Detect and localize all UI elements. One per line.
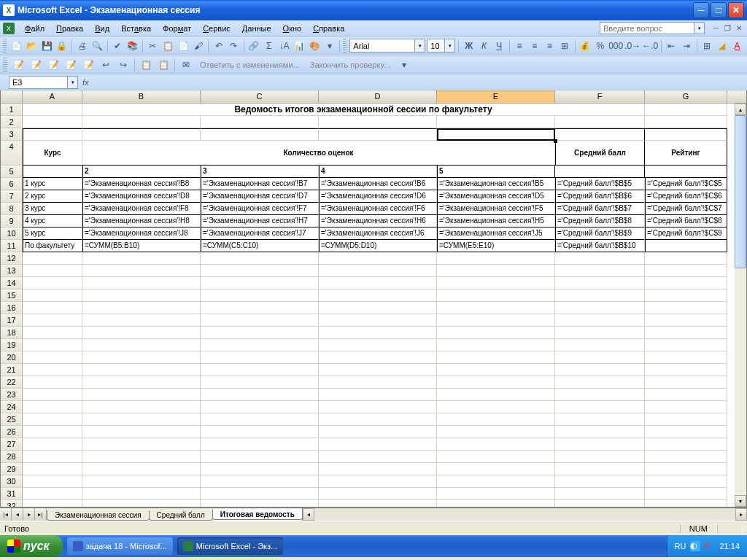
- inc-decimal-button[interactable]: .0→: [624, 38, 640, 54]
- empty-cell[interactable]: [645, 364, 727, 376]
- format-painter-button[interactable]: 🖌: [191, 38, 205, 54]
- redo-button[interactable]: ↷: [227, 38, 241, 54]
- col-header-d[interactable]: D: [319, 90, 437, 103]
- cell-r11-g[interactable]: [645, 240, 727, 252]
- empty-cell[interactable]: [82, 265, 201, 277]
- empty-cell[interactable]: [555, 277, 645, 289]
- empty-cell[interactable]: [437, 265, 555, 277]
- empty-cell[interactable]: [201, 475, 319, 488]
- cell-r6-d[interactable]: ='Экзаменационная сессия'!B6: [319, 178, 437, 190]
- minimize-button[interactable]: ─: [693, 2, 709, 18]
- row-header-29[interactable]: 29: [1, 463, 23, 475]
- empty-cell[interactable]: [319, 302, 437, 314]
- subheader-4[interactable]: 4: [319, 166, 437, 178]
- row-header-10[interactable]: 10: [1, 228, 23, 240]
- row-header-30[interactable]: 30: [1, 475, 23, 488]
- undo-button[interactable]: ↶: [212, 38, 225, 54]
- scroll-up-button[interactable]: ▴: [735, 104, 746, 115]
- empty-cell[interactable]: [437, 463, 555, 475]
- empty-cell[interactable]: [23, 389, 82, 401]
- empty-cell[interactable]: [23, 463, 82, 475]
- cell-r9-f[interactable]: ='Средний балл'!$B$8: [555, 215, 645, 228]
- row-header-15[interactable]: 15: [1, 289, 23, 302]
- bold-button[interactable]: Ж: [462, 38, 476, 54]
- empty-cell[interactable]: [82, 401, 201, 413]
- empty-cell[interactable]: [645, 389, 727, 401]
- review-btn8[interactable]: 📋: [138, 57, 154, 73]
- sort-asc-button[interactable]: ↓A: [277, 38, 291, 54]
- empty-cell[interactable]: [555, 327, 645, 339]
- empty-cell[interactable]: [201, 389, 319, 401]
- fx-icon[interactable]: fx: [82, 78, 89, 87]
- cell-r6-c[interactable]: ='Экзаменационная сессия'!B7: [201, 178, 319, 190]
- finish-review-button[interactable]: Закончить проверку...: [306, 58, 395, 72]
- empty-cell[interactable]: [645, 314, 727, 327]
- empty-cell[interactable]: [201, 500, 319, 507]
- dec-indent-button[interactable]: ⇤: [665, 38, 678, 54]
- empty-cell[interactable]: [645, 463, 727, 475]
- permission-button[interactable]: 🔒: [55, 38, 69, 54]
- row-header-31[interactable]: 31: [1, 488, 23, 500]
- subheader-2[interactable]: 2: [82, 166, 201, 178]
- empty-cell[interactable]: [201, 289, 319, 302]
- empty-cell[interactable]: [201, 451, 319, 463]
- select-all-corner[interactable]: [1, 90, 23, 103]
- review-more[interactable]: ▾: [396, 57, 412, 73]
- copy-button[interactable]: 📋: [161, 38, 175, 54]
- drawing-button[interactable]: 🎨: [308, 38, 322, 54]
- empty-cell[interactable]: [319, 463, 437, 475]
- row-header-25[interactable]: 25: [1, 413, 23, 426]
- cell-r11-a[interactable]: По факультету: [23, 240, 82, 252]
- empty-cell[interactable]: [23, 327, 82, 339]
- menu-edit[interactable]: Правка: [50, 23, 89, 34]
- empty-cell[interactable]: [437, 252, 555, 265]
- empty-cell[interactable]: [437, 376, 555, 389]
- empty-cell[interactable]: [645, 401, 727, 413]
- empty-cell[interactable]: [437, 351, 555, 364]
- empty-cell[interactable]: [645, 451, 727, 463]
- cell-r10-e[interactable]: ='Экзаменационная сессия'!J5: [437, 228, 555, 240]
- format-toolbar-handle[interactable]: [343, 39, 347, 53]
- empty-cell[interactable]: [319, 252, 437, 265]
- doc-restore-button[interactable]: ❐: [722, 23, 732, 34]
- reply-changes-button[interactable]: Ответить с изменениями...: [196, 58, 304, 72]
- cell-r10-a[interactable]: 5 курс: [23, 228, 82, 240]
- empty-cell[interactable]: [82, 302, 201, 314]
- empty-cell[interactable]: [437, 426, 555, 438]
- empty-cell[interactable]: [555, 339, 645, 351]
- cell-r7-c[interactable]: ='Экзаменационная сессия'!D7: [201, 190, 319, 203]
- cell-r11-e[interactable]: =СУММ(E5:E10): [437, 240, 555, 252]
- empty-cell[interactable]: [319, 413, 437, 426]
- review-btn2[interactable]: 📝: [28, 57, 44, 73]
- empty-cell[interactable]: [645, 252, 727, 265]
- empty-cell[interactable]: [201, 376, 319, 389]
- empty-cell[interactable]: [555, 351, 645, 364]
- menu-tools[interactable]: Сервис: [197, 23, 236, 34]
- row-header-11[interactable]: 11: [1, 240, 23, 252]
- empty-cell[interactable]: [319, 488, 437, 500]
- col-header-b[interactable]: B: [82, 90, 201, 103]
- print-button[interactable]: 🖨: [75, 38, 89, 54]
- review-btn5[interactable]: 📝: [80, 57, 96, 73]
- fill-color-button[interactable]: ◢: [715, 38, 729, 54]
- cell-r6-a[interactable]: 1 курс: [23, 178, 82, 190]
- empty-cell[interactable]: [23, 475, 82, 488]
- empty-cell[interactable]: [555, 265, 645, 277]
- underline-button[interactable]: Ч: [492, 38, 506, 54]
- cell-r6-f[interactable]: ='Средний балл'!$B$5: [555, 178, 645, 190]
- more-button[interactable]: ▾: [323, 38, 337, 54]
- maximize-button[interactable]: □: [711, 2, 727, 18]
- empty-cell[interactable]: [437, 302, 555, 314]
- font-combo[interactable]: Arial▾: [349, 39, 425, 52]
- font-color-button[interactable]: A: [730, 38, 744, 54]
- merge-button[interactable]: ⊞: [558, 38, 572, 54]
- empty-cell[interactable]: [437, 314, 555, 327]
- cell-r10-c[interactable]: ='Экзаменационная сессия'!J7: [201, 228, 319, 240]
- cell-r9-d[interactable]: ='Экзаменационная сессия'!H6: [319, 215, 437, 228]
- row-header-22[interactable]: 22: [1, 376, 23, 389]
- empty-cell[interactable]: [555, 252, 645, 265]
- row-header-9[interactable]: 9: [1, 215, 23, 228]
- empty-cell[interactable]: [23, 339, 82, 351]
- preview-button[interactable]: 🔍: [90, 38, 104, 54]
- empty-cell[interactable]: [437, 364, 555, 376]
